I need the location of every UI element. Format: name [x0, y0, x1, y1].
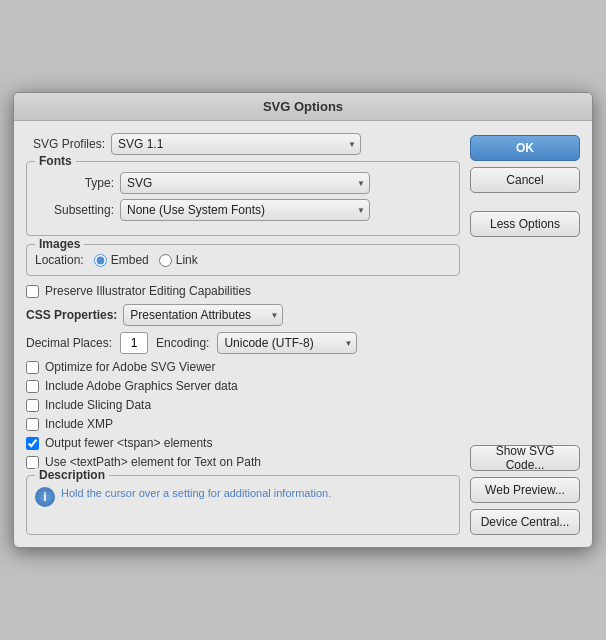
- show-svg-code-button[interactable]: Show SVG Code...: [470, 445, 580, 471]
- tspan-checkbox[interactable]: [26, 437, 39, 450]
- preserve-row: Preserve Illustrator Editing Capabilitie…: [26, 284, 460, 298]
- decimal-row: Decimal Places: Encoding: Unicode (UTF-8…: [26, 332, 460, 354]
- embed-label: Embed: [111, 253, 149, 267]
- adobe-graphics-row: Include Adobe Graphics Server data: [26, 379, 460, 393]
- css-select-wrapper: Presentation Attributes Style Attributes…: [123, 304, 283, 326]
- xmp-row: Include XMP: [26, 417, 460, 431]
- css-select[interactable]: Presentation Attributes Style Attributes…: [123, 304, 283, 326]
- encoding-label: Encoding:: [156, 336, 209, 350]
- optimize-label: Optimize for Adobe SVG Viewer: [45, 360, 216, 374]
- link-radio[interactable]: [159, 254, 172, 267]
- slicing-label: Include Slicing Data: [45, 398, 151, 412]
- css-row: CSS Properties: Presentation Attributes …: [26, 304, 460, 326]
- title-bar: SVG Options: [14, 93, 592, 121]
- description-box: Description i Hold the cursor over a set…: [26, 475, 460, 535]
- right-panel: OK Cancel Less Options Show SVG Code... …: [470, 133, 580, 535]
- description-text: Hold the cursor over a setting for addit…: [61, 486, 331, 501]
- profiles-row: SVG Profiles: SVG 1.1 SVG 1.0 SVG Basic …: [26, 133, 460, 155]
- tspan-label: Output fewer <tspan> elements: [45, 436, 212, 450]
- images-content: Location: Embed Link: [35, 251, 451, 267]
- preserve-label: Preserve Illustrator Editing Capabilitie…: [45, 284, 251, 298]
- font-type-label: Type:: [35, 176, 120, 190]
- fonts-group-label: Fonts: [35, 154, 76, 168]
- images-group: Images Location: Embed Link: [26, 244, 460, 276]
- link-label: Link: [176, 253, 198, 267]
- subsetting-select[interactable]: None (Use System Fonts) Only Glyphs Used…: [120, 199, 370, 221]
- embed-radio[interactable]: [94, 254, 107, 267]
- profiles-select-wrapper: SVG 1.1 SVG 1.0 SVG Basic SVG Tiny: [111, 133, 361, 155]
- fonts-group: Fonts Type: SVG Convert to Outline SVG w…: [26, 161, 460, 236]
- xmp-checkbox[interactable]: [26, 418, 39, 431]
- textpath-label: Use <textPath> element for Text on Path: [45, 455, 261, 469]
- subsetting-label: Subsetting:: [35, 203, 120, 217]
- svg-options-dialog: SVG Options SVG Profiles: SVG 1.1 SVG 1.…: [13, 92, 593, 548]
- profiles-select[interactable]: SVG 1.1 SVG 1.0 SVG Basic SVG Tiny: [111, 133, 361, 155]
- font-type-select-wrapper: SVG Convert to Outline SVG with @font-fa…: [120, 172, 370, 194]
- tspan-row: Output fewer <tspan> elements: [26, 436, 460, 450]
- optimize-checkbox[interactable]: [26, 361, 39, 374]
- optimize-row: Optimize for Adobe SVG Viewer: [26, 360, 460, 374]
- adobe-graphics-checkbox[interactable]: [26, 380, 39, 393]
- font-type-select[interactable]: SVG Convert to Outline SVG with @font-fa…: [120, 172, 370, 194]
- xmp-label: Include XMP: [45, 417, 113, 431]
- decimal-label: Decimal Places:: [26, 336, 112, 350]
- left-panel: SVG Profiles: SVG 1.1 SVG 1.0 SVG Basic …: [26, 133, 460, 535]
- profiles-label: SVG Profiles:: [26, 137, 111, 151]
- slicing-checkbox[interactable]: [26, 399, 39, 412]
- preserve-checkbox[interactable]: [26, 285, 39, 298]
- slicing-row: Include Slicing Data: [26, 398, 460, 412]
- cancel-button[interactable]: Cancel: [470, 167, 580, 193]
- decimal-input[interactable]: [120, 332, 148, 354]
- web-preview-button[interactable]: Web Preview...: [470, 477, 580, 503]
- info-icon: i: [35, 487, 55, 507]
- encoding-select-wrapper: Unicode (UTF-8) ISO-8859-1 UTF-16: [217, 332, 357, 354]
- textpath-row: Use <textPath> element for Text on Path: [26, 455, 460, 469]
- embed-radio-label[interactable]: Embed: [94, 253, 149, 267]
- dialog-title: SVG Options: [263, 99, 343, 114]
- images-group-label: Images: [35, 237, 84, 251]
- location-label: Location:: [35, 253, 84, 267]
- css-label: CSS Properties:: [26, 308, 123, 322]
- subsetting-select-wrapper: None (Use System Fonts) Only Glyphs Used…: [120, 199, 370, 221]
- link-radio-label[interactable]: Link: [159, 253, 198, 267]
- adobe-graphics-label: Include Adobe Graphics Server data: [45, 379, 238, 393]
- encoding-select[interactable]: Unicode (UTF-8) ISO-8859-1 UTF-16: [217, 332, 357, 354]
- description-group-label: Description: [35, 468, 109, 482]
- less-options-button[interactable]: Less Options: [470, 211, 580, 237]
- textpath-checkbox[interactable]: [26, 456, 39, 469]
- device-central-button[interactable]: Device Central...: [470, 509, 580, 535]
- ok-button[interactable]: OK: [470, 135, 580, 161]
- subsetting-row: Subsetting: None (Use System Fonts) Only…: [35, 199, 451, 221]
- font-type-row: Type: SVG Convert to Outline SVG with @f…: [35, 172, 451, 194]
- description-content: i Hold the cursor over a setting for add…: [35, 482, 451, 507]
